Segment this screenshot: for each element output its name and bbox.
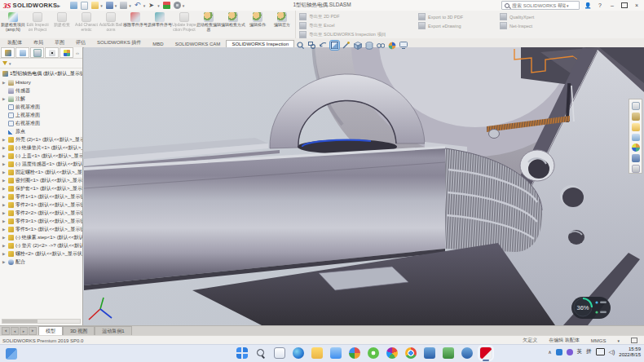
ribbon-export-item[interactable]: QualityXpert (500, 13, 563, 20)
options-caret-icon[interactable]: ▾ (183, 3, 185, 8)
tree-item[interactable]: ▶ (-) 垫片 (2)<2> ->? (默认<<默认> (0, 241, 82, 249)
ribbon-button[interactable]: 编辑检查方式 (221, 11, 245, 29)
tree-horizontal-scrollbar[interactable] (2, 319, 81, 324)
open-icon[interactable] (91, 2, 99, 9)
tree-item[interactable]: ▶ 零件2<1> (默认<<默认>_显示状态 (0, 201, 82, 209)
expand-arrow-icon[interactable]: ▶ (2, 219, 7, 223)
expand-arrow-icon[interactable]: ▶ (2, 97, 7, 101)
ribbon-button[interactable]: 启动检查编辑器 (196, 11, 221, 33)
volume-icon[interactable]: ◁) (609, 349, 615, 355)
ime-mode-indicator[interactable]: 拼 (586, 348, 592, 355)
tree-item[interactable]: ▶ 密封圈<1> (默认<<默认>_显示状 (0, 176, 82, 184)
tab-dimxpert-manager[interactable] (45, 47, 59, 58)
ribbon-export-item[interactable]: 导出至 SOLIDWORKS Inspection 项目 (299, 31, 412, 38)
expand-arrow-icon[interactable]: ▶ (2, 146, 7, 150)
units-caret-icon[interactable]: ▾ (617, 338, 620, 343)
tree-item[interactable]: 右视基准面 (0, 119, 82, 127)
undo-caret-icon[interactable]: ▾ (143, 3, 146, 8)
ribbon-button[interactable]: Edit Inspection Project (25, 11, 50, 33)
app-logo[interactable]: ЗS SOLIDWORKS ▶ (0, 2, 64, 10)
filter-caret-icon[interactable]: ▾ (9, 61, 11, 66)
ribbon-tab[interactable]: SOLIDWORKS 插件 (91, 38, 147, 47)
tab-scroll-next-icon[interactable]: ▸ (20, 327, 28, 335)
expand-arrow-icon[interactable]: ▶ (2, 179, 7, 183)
tray-expand-icon[interactable]: ∧ (548, 349, 551, 355)
ribbon-button[interactable]: 新建检查项目(amp;N) (1, 11, 25, 33)
edit-appearance-icon[interactable] (387, 41, 396, 50)
viewport-3d-model[interactable]: 36% (84, 47, 644, 325)
view-palette-icon[interactable] (632, 134, 640, 142)
expand-arrow-icon[interactable]: ▶ (2, 236, 7, 240)
tree-item[interactable]: ▶ 零件2<2> (默认<<默认>_显示状态 (0, 209, 82, 217)
tree-item[interactable]: ▶ 保护套<1> (默认<<默认>_显示状 (0, 184, 82, 192)
tree-item[interactable]: ▶ History (0, 78, 82, 86)
app-blue-icon[interactable] (424, 347, 435, 359)
help-button[interactable]: ? (596, 2, 604, 8)
tree-item[interactable]: 上视基准面 (0, 111, 82, 119)
task-view-icon[interactable] (274, 347, 285, 359)
ribbon-button[interactable]: 移除零件序号 (123, 11, 148, 29)
save-caret-icon[interactable]: ▾ (115, 3, 117, 8)
file-explorer-taskbar-icon[interactable] (311, 347, 323, 359)
tree-item[interactable]: ▶ (-) 绝缘素.step<1> (默认<<默认> (0, 233, 82, 241)
ribbon-button[interactable]: 新建检查 (50, 11, 74, 29)
expand-arrow-icon[interactable]: ▶ (2, 195, 7, 199)
network-monitor-icon[interactable] (596, 348, 605, 355)
hide-show-items-icon[interactable] (376, 41, 385, 50)
search-caret-icon[interactable]: ▾ (567, 3, 569, 8)
tree-item[interactable]: ▶ 外壳 (2)<1> (默认<<默认>_显示状 (0, 135, 82, 143)
tree-item[interactable]: ▶ 零件3<1> (默认<<默认>_显示状态 (0, 217, 82, 225)
expand-arrow-icon[interactable]: ▶ (2, 227, 7, 232)
inspection-pane-icon[interactable] (632, 165, 640, 173)
app-colorwheel-icon[interactable] (386, 347, 398, 359)
ribbon-tab[interactable]: 评估 (70, 38, 91, 47)
select-arrow-icon[interactable]: ➤ (148, 2, 156, 9)
ribbon-export-item[interactable]: Net-Inspect (500, 22, 563, 29)
expand-arrow-icon[interactable]: ▶ (2, 81, 7, 85)
print-caret-icon[interactable]: ▾ (129, 3, 131, 8)
home-icon[interactable] (70, 2, 77, 9)
tab-configuration-manager[interactable] (30, 47, 44, 58)
tab-display-manager[interactable] (60, 47, 73, 58)
solidworks-taskbar-icon[interactable] (480, 347, 492, 359)
ribbon-button[interactable]: 编辑宏方 (270, 11, 294, 29)
previous-view-icon[interactable] (319, 41, 328, 50)
tree-item[interactable]: 前视基准面 (0, 103, 82, 111)
widgets-icon[interactable] (6, 348, 17, 360)
edge-browser-icon[interactable] (293, 347, 304, 359)
ime-language-indicator[interactable]: 英 (577, 348, 583, 355)
design-library-icon[interactable] (632, 113, 640, 121)
start-button-icon[interactable] (236, 347, 248, 359)
expand-arrow-icon[interactable]: ▶ (2, 154, 7, 158)
tree-item[interactable]: ▶ 零件5<1> (默认<<默认>_显示状态 (0, 225, 82, 233)
expand-arrow-icon[interactable]: ▶ (2, 170, 7, 174)
ribbon-button[interactable]: 编辑操作 (245, 11, 270, 29)
minimize-button[interactable]: – (608, 2, 616, 8)
select-caret-icon[interactable]: ▾ (157, 3, 160, 8)
mail-icon[interactable] (330, 347, 342, 359)
tree-item[interactable]: ▶ (-) 温度传感器<1> (默认<<默认>_ (0, 160, 82, 168)
ribbon-tab[interactable]: MBD (147, 40, 169, 47)
taskbar-clock[interactable]: 15:59 2022/8/15 (619, 347, 641, 358)
ribbon-tab[interactable]: 布局 (28, 38, 49, 47)
save-icon[interactable] (106, 2, 113, 9)
zoom-indicator[interactable]: 36% (571, 297, 611, 319)
tree-item[interactable]: ▶ 固定螺栓<1> (默认<<默认>_显示状 (0, 168, 82, 176)
tree-item[interactable]: ▶ (-) 绝缘垫片<1> (默认<<默认>_显 (0, 143, 82, 152)
view-settings-icon[interactable] (399, 41, 408, 50)
expand-arrow-icon[interactable]: ▶ (2, 203, 7, 207)
expand-arrow-icon[interactable]: ▶ (2, 260, 7, 264)
ribbon-export-item[interactable]: Export to 3D PDF (418, 13, 493, 20)
ribbon-button[interactable]: Add Characteristic (74, 11, 99, 33)
user-account-icon[interactable]: 👤 (584, 2, 592, 9)
tab-feature-tree[interactable] (1, 47, 15, 58)
restore-button[interactable] (620, 2, 629, 9)
rebuild-traffic-light-icon[interactable] (163, 2, 170, 9)
expand-arrow-icon[interactable]: ▶ (2, 252, 7, 256)
expand-arrow-icon[interactable]: ▶ (2, 244, 7, 248)
view-orientation-icon[interactable] (353, 41, 362, 50)
ribbon-button[interactable]: Update Inspection Project (172, 11, 196, 33)
ribbon-export-item[interactable]: Export eDrawing (418, 22, 493, 29)
tree-item[interactable]: ▶ 零件1<1> (默认<<默认>_显示状态 (0, 192, 82, 201)
undo-icon[interactable]: ↶ (135, 2, 142, 9)
